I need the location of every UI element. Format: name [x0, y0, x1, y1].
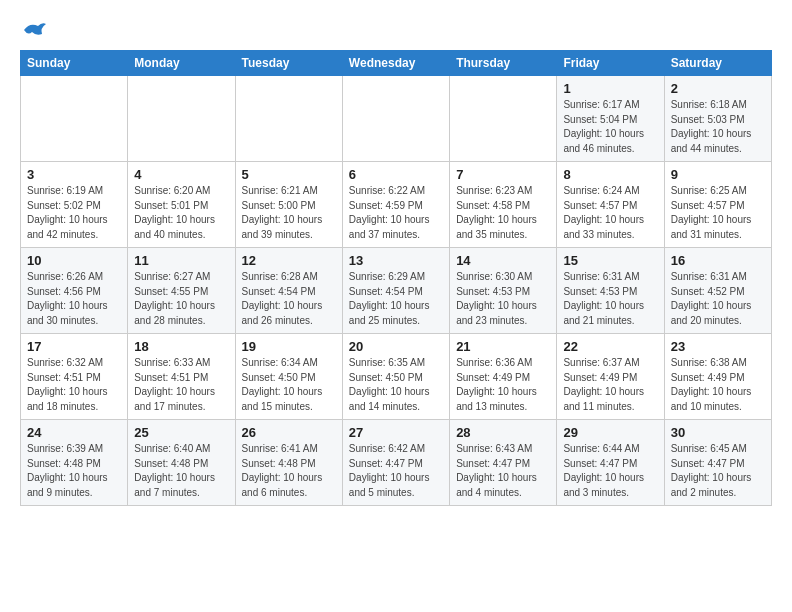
day-info: Sunrise: 6:45 AM Sunset: 4:47 PM Dayligh… [671, 442, 765, 500]
day-info: Sunrise: 6:20 AM Sunset: 5:01 PM Dayligh… [134, 184, 228, 242]
day-info: Sunrise: 6:21 AM Sunset: 5:00 PM Dayligh… [242, 184, 336, 242]
day-info: Sunrise: 6:30 AM Sunset: 4:53 PM Dayligh… [456, 270, 550, 328]
day-info: Sunrise: 6:25 AM Sunset: 4:57 PM Dayligh… [671, 184, 765, 242]
calendar-cell: 16Sunrise: 6:31 AM Sunset: 4:52 PM Dayli… [664, 248, 771, 334]
calendar-cell: 4Sunrise: 6:20 AM Sunset: 5:01 PM Daylig… [128, 162, 235, 248]
day-number: 26 [242, 425, 336, 440]
calendar-cell: 18Sunrise: 6:33 AM Sunset: 4:51 PM Dayli… [128, 334, 235, 420]
logo-bird-icon [22, 20, 48, 40]
calendar-cell: 10Sunrise: 6:26 AM Sunset: 4:56 PM Dayli… [21, 248, 128, 334]
calendar-cell: 14Sunrise: 6:30 AM Sunset: 4:53 PM Dayli… [450, 248, 557, 334]
calendar-week-row: 17Sunrise: 6:32 AM Sunset: 4:51 PM Dayli… [21, 334, 772, 420]
day-info: Sunrise: 6:36 AM Sunset: 4:49 PM Dayligh… [456, 356, 550, 414]
calendar-cell: 23Sunrise: 6:38 AM Sunset: 4:49 PM Dayli… [664, 334, 771, 420]
day-info: Sunrise: 6:18 AM Sunset: 5:03 PM Dayligh… [671, 98, 765, 156]
day-number: 29 [563, 425, 657, 440]
calendar-table: SundayMondayTuesdayWednesdayThursdayFrid… [20, 50, 772, 506]
calendar-cell [21, 76, 128, 162]
day-number: 17 [27, 339, 121, 354]
day-number: 20 [349, 339, 443, 354]
day-number: 11 [134, 253, 228, 268]
day-number: 27 [349, 425, 443, 440]
calendar-cell: 25Sunrise: 6:40 AM Sunset: 4:48 PM Dayli… [128, 420, 235, 506]
day-number: 4 [134, 167, 228, 182]
day-number: 6 [349, 167, 443, 182]
day-info: Sunrise: 6:31 AM Sunset: 4:52 PM Dayligh… [671, 270, 765, 328]
calendar-cell: 11Sunrise: 6:27 AM Sunset: 4:55 PM Dayli… [128, 248, 235, 334]
day-of-week-header: Thursday [450, 51, 557, 76]
logo [20, 20, 48, 40]
day-info: Sunrise: 6:23 AM Sunset: 4:58 PM Dayligh… [456, 184, 550, 242]
day-number: 23 [671, 339, 765, 354]
day-info: Sunrise: 6:33 AM Sunset: 4:51 PM Dayligh… [134, 356, 228, 414]
day-number: 16 [671, 253, 765, 268]
day-info: Sunrise: 6:31 AM Sunset: 4:53 PM Dayligh… [563, 270, 657, 328]
day-of-week-header: Tuesday [235, 51, 342, 76]
calendar-cell: 29Sunrise: 6:44 AM Sunset: 4:47 PM Dayli… [557, 420, 664, 506]
day-info: Sunrise: 6:39 AM Sunset: 4:48 PM Dayligh… [27, 442, 121, 500]
calendar-cell: 2Sunrise: 6:18 AM Sunset: 5:03 PM Daylig… [664, 76, 771, 162]
day-info: Sunrise: 6:38 AM Sunset: 4:49 PM Dayligh… [671, 356, 765, 414]
day-info: Sunrise: 6:29 AM Sunset: 4:54 PM Dayligh… [349, 270, 443, 328]
calendar-cell: 5Sunrise: 6:21 AM Sunset: 5:00 PM Daylig… [235, 162, 342, 248]
day-info: Sunrise: 6:44 AM Sunset: 4:47 PM Dayligh… [563, 442, 657, 500]
day-number: 30 [671, 425, 765, 440]
calendar-cell: 15Sunrise: 6:31 AM Sunset: 4:53 PM Dayli… [557, 248, 664, 334]
calendar-cell: 9Sunrise: 6:25 AM Sunset: 4:57 PM Daylig… [664, 162, 771, 248]
calendar-week-row: 10Sunrise: 6:26 AM Sunset: 4:56 PM Dayli… [21, 248, 772, 334]
days-of-week-row: SundayMondayTuesdayWednesdayThursdayFrid… [21, 51, 772, 76]
calendar-header: SundayMondayTuesdayWednesdayThursdayFrid… [21, 51, 772, 76]
day-info: Sunrise: 6:40 AM Sunset: 4:48 PM Dayligh… [134, 442, 228, 500]
day-number: 10 [27, 253, 121, 268]
day-number: 28 [456, 425, 550, 440]
calendar-cell [235, 76, 342, 162]
day-number: 3 [27, 167, 121, 182]
day-number: 1 [563, 81, 657, 96]
day-of-week-header: Saturday [664, 51, 771, 76]
day-number: 24 [27, 425, 121, 440]
day-number: 18 [134, 339, 228, 354]
day-info: Sunrise: 6:19 AM Sunset: 5:02 PM Dayligh… [27, 184, 121, 242]
calendar-cell: 6Sunrise: 6:22 AM Sunset: 4:59 PM Daylig… [342, 162, 449, 248]
day-info: Sunrise: 6:43 AM Sunset: 4:47 PM Dayligh… [456, 442, 550, 500]
calendar-cell: 20Sunrise: 6:35 AM Sunset: 4:50 PM Dayli… [342, 334, 449, 420]
day-info: Sunrise: 6:28 AM Sunset: 4:54 PM Dayligh… [242, 270, 336, 328]
page-header [20, 20, 772, 40]
day-number: 21 [456, 339, 550, 354]
day-number: 19 [242, 339, 336, 354]
calendar-cell: 13Sunrise: 6:29 AM Sunset: 4:54 PM Dayli… [342, 248, 449, 334]
day-info: Sunrise: 6:42 AM Sunset: 4:47 PM Dayligh… [349, 442, 443, 500]
calendar-cell: 19Sunrise: 6:34 AM Sunset: 4:50 PM Dayli… [235, 334, 342, 420]
day-number: 25 [134, 425, 228, 440]
day-number: 7 [456, 167, 550, 182]
calendar-cell: 24Sunrise: 6:39 AM Sunset: 4:48 PM Dayli… [21, 420, 128, 506]
calendar-cell: 28Sunrise: 6:43 AM Sunset: 4:47 PM Dayli… [450, 420, 557, 506]
calendar-cell: 1Sunrise: 6:17 AM Sunset: 5:04 PM Daylig… [557, 76, 664, 162]
calendar-cell: 12Sunrise: 6:28 AM Sunset: 4:54 PM Dayli… [235, 248, 342, 334]
calendar-body: 1Sunrise: 6:17 AM Sunset: 5:04 PM Daylig… [21, 76, 772, 506]
calendar-week-row: 3Sunrise: 6:19 AM Sunset: 5:02 PM Daylig… [21, 162, 772, 248]
calendar-cell: 3Sunrise: 6:19 AM Sunset: 5:02 PM Daylig… [21, 162, 128, 248]
calendar-cell: 17Sunrise: 6:32 AM Sunset: 4:51 PM Dayli… [21, 334, 128, 420]
day-of-week-header: Sunday [21, 51, 128, 76]
day-of-week-header: Monday [128, 51, 235, 76]
day-info: Sunrise: 6:22 AM Sunset: 4:59 PM Dayligh… [349, 184, 443, 242]
day-number: 22 [563, 339, 657, 354]
calendar-cell [128, 76, 235, 162]
calendar-cell: 26Sunrise: 6:41 AM Sunset: 4:48 PM Dayli… [235, 420, 342, 506]
calendar-week-row: 24Sunrise: 6:39 AM Sunset: 4:48 PM Dayli… [21, 420, 772, 506]
day-info: Sunrise: 6:41 AM Sunset: 4:48 PM Dayligh… [242, 442, 336, 500]
calendar-cell: 7Sunrise: 6:23 AM Sunset: 4:58 PM Daylig… [450, 162, 557, 248]
day-of-week-header: Wednesday [342, 51, 449, 76]
calendar-cell [450, 76, 557, 162]
day-info: Sunrise: 6:35 AM Sunset: 4:50 PM Dayligh… [349, 356, 443, 414]
day-info: Sunrise: 6:24 AM Sunset: 4:57 PM Dayligh… [563, 184, 657, 242]
calendar-cell: 21Sunrise: 6:36 AM Sunset: 4:49 PM Dayli… [450, 334, 557, 420]
calendar-cell: 8Sunrise: 6:24 AM Sunset: 4:57 PM Daylig… [557, 162, 664, 248]
day-info: Sunrise: 6:37 AM Sunset: 4:49 PM Dayligh… [563, 356, 657, 414]
day-info: Sunrise: 6:32 AM Sunset: 4:51 PM Dayligh… [27, 356, 121, 414]
day-number: 8 [563, 167, 657, 182]
calendar-cell [342, 76, 449, 162]
day-number: 14 [456, 253, 550, 268]
day-of-week-header: Friday [557, 51, 664, 76]
